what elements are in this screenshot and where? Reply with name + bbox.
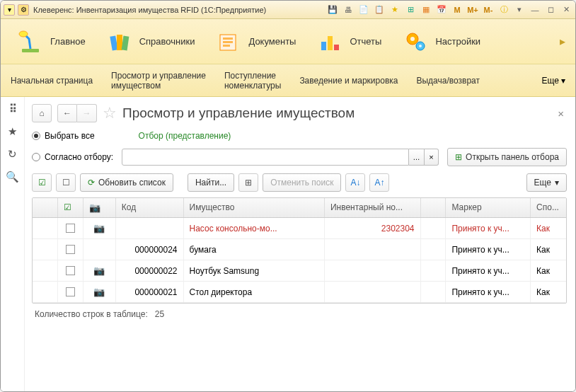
filter-input-group: … × <box>122 149 439 166</box>
back-button[interactable]: ← <box>57 104 77 122</box>
cell-photo[interactable]: 📷 <box>83 260 116 281</box>
subnav-more-label: Еще <box>542 76 559 86</box>
svg-point-15 <box>419 45 422 47</box>
radio-by-filter[interactable]: Согласно отбору: <box>32 152 113 162</box>
tb-info-icon[interactable]: ⓘ <box>497 4 510 16</box>
col-code[interactable]: Код <box>116 198 184 217</box>
tb-calc-icon[interactable]: ⊞ <box>404 4 417 16</box>
refresh-button[interactable]: ⟳Обновить список <box>80 173 173 192</box>
cell-check[interactable] <box>58 239 83 260</box>
tb-mem-m[interactable]: M <box>451 4 463 16</box>
subnav-more[interactable]: Еще▾ <box>542 76 565 86</box>
find-button[interactable]: Найти... <box>188 173 234 192</box>
filter-clear-button[interactable]: × <box>425 149 439 166</box>
ribbon-docs[interactable]: Документы <box>209 25 303 59</box>
filter-picker-button[interactable]: … <box>409 149 425 166</box>
cell-spo: Как <box>531 218 566 238</box>
table-row[interactable]: 000000024бумагаПринято к уч...Как <box>33 239 566 260</box>
history-icon[interactable]: ↻ <box>6 148 19 161</box>
subnav-mark[interactable]: Заведение и маркировка <box>299 76 398 86</box>
apps-icon[interactable]: ⠿ <box>6 103 19 115</box>
calc-button[interactable]: ⊞ <box>238 173 258 192</box>
cell-check[interactable] <box>58 260 83 281</box>
refresh-label: Обновить список <box>98 178 166 188</box>
cell-photo[interactable]: 📷 <box>83 282 116 302</box>
cell-photo[interactable] <box>83 239 116 260</box>
tb-calendar-icon[interactable]: 📅 <box>435 4 448 16</box>
table-row[interactable]: 📷000000021Стол директораПринято к уч...К… <box>33 282 566 303</box>
search-icon[interactable]: 🔍 <box>6 171 19 183</box>
ribbon-settings[interactable]: Настройки <box>396 25 488 59</box>
tb-mem-mplus[interactable]: M+ <box>466 4 479 16</box>
table-row[interactable]: 📷000000022Ноутбук SamsungПринято к уч...… <box>33 260 566 282</box>
ribbon-main[interactable]: Главное <box>11 25 93 59</box>
checkbox[interactable] <box>66 224 75 233</box>
check-all-button[interactable]: ☑ <box>32 173 52 192</box>
toolbar: ☑ ☐ ⟳Обновить список Найти... ⊞ Отменить… <box>32 173 567 192</box>
arrow-left-icon: ← <box>63 108 71 118</box>
cell-asset: Стол директора <box>184 282 325 302</box>
svg-rect-9 <box>321 42 326 50</box>
minimize-button[interactable]: — <box>529 4 541 16</box>
subnav-manage[interactable]: Просмотр и управление имуществом <box>111 71 206 91</box>
tb-save-icon[interactable]: 💾 <box>326 4 339 16</box>
tb-doc-icon[interactable]: 📄 <box>357 4 370 16</box>
table-row[interactable]: 📷Насос консольно-мо...2302304Принято к у… <box>33 218 566 239</box>
checkbox[interactable] <box>66 266 75 275</box>
col-flag[interactable] <box>421 198 447 217</box>
cancel-search-button[interactable]: Отменить поиск <box>263 173 341 192</box>
home-button[interactable]: ⌂ <box>32 104 52 122</box>
maximize-button[interactable]: ◻ <box>544 4 557 16</box>
sort-asc-button[interactable]: A↓ <box>345 173 365 192</box>
cell-asset: Насос консольно-мо... <box>184 218 325 238</box>
tb-print-icon[interactable]: 🖶 <box>342 4 355 16</box>
col-checkall-icon[interactable]: ☑ <box>58 198 83 217</box>
checkbox[interactable] <box>66 245 75 254</box>
cell-check[interactable] <box>58 282 83 302</box>
col-inv[interactable]: Инвентарный но... <box>325 198 421 217</box>
radio-dot-icon <box>32 132 40 140</box>
ribbon-reports[interactable]: Отчеты <box>310 25 388 59</box>
tb-fav-icon[interactable]: ★ <box>388 4 401 16</box>
col-check[interactable] <box>33 198 58 217</box>
close-page-button[interactable]: × <box>555 105 567 122</box>
radio-select-all-label: Выбрать все <box>45 131 95 141</box>
close-button[interactable]: ✕ <box>560 4 572 16</box>
app-menu-icon[interactable]: ▾ <box>4 4 15 16</box>
sort-desc-button[interactable]: A↑ <box>369 173 389 192</box>
favorite-star-icon[interactable]: ☆ <box>103 104 117 122</box>
chart-icon <box>317 29 342 54</box>
tb-mem-mminus[interactable]: M- <box>482 4 495 16</box>
cell-check[interactable] <box>58 218 83 238</box>
subnav-issue[interactable]: Выдача/возврат <box>416 76 480 86</box>
tb-copy-icon[interactable]: 📋 <box>373 4 386 16</box>
filter-input[interactable] <box>122 149 409 166</box>
tb-grid-icon[interactable]: ▦ <box>420 4 432 16</box>
cell-photo[interactable]: 📷 <box>83 218 116 238</box>
col-marker[interactable]: Маркер <box>446 198 531 217</box>
subnav-start[interactable]: Начальная страница <box>11 76 93 86</box>
ribbon-scroll-right-icon[interactable]: ▸ <box>560 35 565 48</box>
open-filter-panel-button[interactable]: ⊞Открыть панель отбора <box>447 148 567 166</box>
filter-representation-link[interactable]: Отбор (представление) <box>139 131 231 141</box>
col-spo[interactable]: Спо... <box>531 198 566 217</box>
tb-dropdown-icon[interactable]: ▾ <box>513 4 526 16</box>
col-asset[interactable]: Имущество <box>184 198 325 217</box>
svg-rect-3 <box>117 35 122 50</box>
more-actions-button[interactable]: Еще ▾ <box>526 173 567 192</box>
forward-button[interactable]: → <box>77 104 97 122</box>
checkbox[interactable] <box>66 287 75 296</box>
radio-dot-icon <box>32 153 40 161</box>
svg-rect-2 <box>110 35 117 50</box>
uncheck-all-button[interactable]: ☐ <box>56 173 76 192</box>
star-icon[interactable]: ★ <box>6 125 19 138</box>
table-footer: Количество строк в таблице: 25 <box>32 304 567 321</box>
chevron-down-icon: ▾ <box>561 76 565 86</box>
table-header: ☑ 📷 Код Имущество Инвентарный но... Марк… <box>33 198 566 218</box>
radio-select-all[interactable]: Выбрать все <box>32 131 95 141</box>
col-photo-icon[interactable]: 📷 <box>83 198 116 217</box>
find-label: Найти... <box>195 178 226 188</box>
cancel-search-label: Отменить поиск <box>270 178 333 188</box>
ribbon-refs[interactable]: Справочники <box>100 25 202 59</box>
subnav-receipt[interactable]: Поступление номенклатуры <box>224 71 281 91</box>
